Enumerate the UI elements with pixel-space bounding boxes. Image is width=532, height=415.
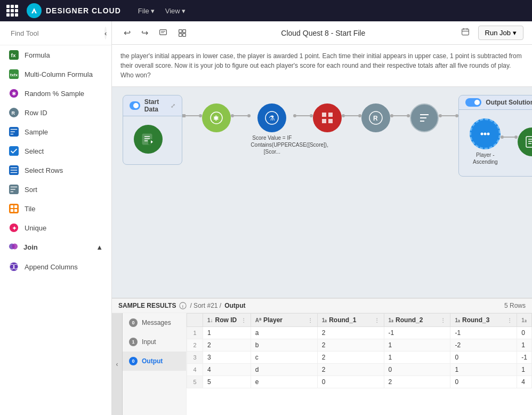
- sidebar-item-sample[interactable]: Sample: [0, 122, 111, 141]
- undo-button[interactable]: ↩: [120, 26, 134, 40]
- round2-header[interactable]: 1₂ Round_2 ⋮: [384, 314, 450, 327]
- select-rows-icon: [9, 165, 19, 175]
- svg-text:i: i: [182, 304, 183, 309]
- run-job-dropdown-icon: ▾: [513, 29, 517, 37]
- start-data-toggle[interactable]: [130, 101, 140, 110]
- view-menu[interactable]: View ▾: [161, 5, 190, 17]
- left-tabs: 0 Messages 1 Input 0 Output: [123, 313, 187, 415]
- round1-cell: 2: [317, 364, 384, 376]
- toolbar: ↩ ↪ Cloud Quest 8 - Start File Run Job ▾: [112, 21, 532, 45]
- redo-button[interactable]: ↪: [138, 26, 151, 40]
- svg-marker-0: [31, 8, 37, 13]
- sidebar-item-sort[interactable]: Sort: [0, 180, 111, 199]
- extra-cell: 1: [517, 339, 532, 352]
- connector-6: [439, 114, 458, 117]
- player-cell: d: [251, 364, 317, 376]
- start-data-nodes: [123, 116, 182, 164]
- input-tab-icon: 1: [129, 338, 138, 346]
- round1-header[interactable]: 1₂ Round_1 ⋮: [317, 314, 384, 327]
- sort-selected-label: Player -Ascending: [473, 151, 498, 165]
- random-sample-label: Random % Sample: [25, 90, 84, 98]
- select-label: Select: [25, 147, 44, 155]
- grid-menu-icon[interactable]: [6, 5, 18, 17]
- sidebar-item-row-id[interactable]: R Row ID: [0, 103, 111, 122]
- sort-node[interactable]: [410, 103, 439, 132]
- formula-node[interactable]: ✱: [202, 103, 231, 132]
- sidebar-item-formula[interactable]: fx Formula: [0, 45, 111, 65]
- panel-collapse-button[interactable]: ‹: [112, 313, 123, 415]
- sidebar-item-join[interactable]: Join ▲: [0, 237, 111, 257]
- select-icon: [9, 146, 19, 156]
- output-solution-toggle[interactable]: [465, 98, 481, 107]
- output-node[interactable]: [518, 127, 532, 156]
- comment-button[interactable]: [156, 27, 171, 39]
- sidebar-item-random-sample[interactable]: ✱ Random % Sample: [0, 84, 111, 103]
- input-node[interactable]: [134, 125, 163, 154]
- summarize-node[interactable]: [313, 103, 342, 132]
- sample-results-title: SAMPLE RESULTS: [118, 302, 176, 309]
- player-header[interactable]: Aᴮ Player ⋮: [251, 314, 317, 327]
- extra-cell: 0: [517, 327, 532, 339]
- sort-label: Sort: [25, 186, 37, 194]
- tab-messages[interactable]: 0 Messages: [123, 313, 186, 332]
- sort-selected-circle[interactable]: [470, 118, 501, 149]
- multi-column-formula-label: Multi-Column Formula: [25, 70, 93, 78]
- tab-output[interactable]: 0 Output: [123, 352, 186, 371]
- unique-icon: ✦: [9, 222, 19, 233]
- svg-rect-58: [322, 113, 326, 117]
- input-node-circle[interactable]: [134, 125, 163, 154]
- append-columns-label: Append Columns: [25, 263, 78, 271]
- round1-cell: 2: [317, 339, 384, 352]
- svg-rect-28: [11, 209, 13, 212]
- find-tool-input[interactable]: [11, 29, 100, 37]
- file-menu[interactable]: File ▾: [134, 5, 159, 17]
- formula-node-circle[interactable]: ✱: [202, 103, 231, 132]
- random-sample-icon: ✱: [9, 88, 19, 99]
- sort-selected-node[interactable]: Player -Ascending: [470, 118, 501, 165]
- row-id-cell: 4: [203, 364, 251, 376]
- sidebar-item-multi-column-formula[interactable]: fxfx Multi-Column Formula: [0, 65, 111, 84]
- nav-links: File ▾ View ▾: [134, 5, 190, 17]
- summarize-node-circle[interactable]: [313, 103, 342, 132]
- sidebar-search-bar: ‹: [0, 21, 111, 45]
- svg-point-67: [481, 133, 483, 135]
- sidebar-item-select-rows[interactable]: Select Rows: [0, 161, 111, 180]
- svg-text:R: R: [12, 110, 15, 116]
- sort-node-circle[interactable]: [410, 103, 439, 132]
- sidebar-collapse-button[interactable]: ‹: [104, 27, 107, 39]
- sidebar-item-append-columns[interactable]: Append Columns: [0, 257, 111, 276]
- run-job-button[interactable]: Run Job ▾: [478, 26, 523, 40]
- layout-button[interactable]: [175, 27, 190, 39]
- round1-cell: 2: [317, 327, 384, 339]
- player-cell: e: [251, 376, 317, 388]
- output-solution-section: Output Solution ⤢ Player -Ascending: [458, 95, 532, 177]
- output-nodes: Player -Ascending: [459, 110, 532, 176]
- svg-rect-61: [328, 119, 333, 123]
- row-id-node-circle[interactable]: R: [361, 103, 390, 132]
- connector-1: [182, 114, 202, 117]
- row-num-cell: 4: [187, 364, 203, 376]
- round3-header[interactable]: 1₂ Round_3 ⋮: [450, 314, 517, 327]
- sidebar-item-unique[interactable]: ✦ Unique: [0, 218, 111, 237]
- row-id-header[interactable]: 1↓ Row ID ⋮: [203, 314, 251, 327]
- info-icon: i: [179, 302, 187, 309]
- canvas-area: the player's initial appears in lower ca…: [112, 45, 532, 298]
- row-id-node[interactable]: R: [361, 103, 390, 132]
- connector-4: [342, 114, 361, 117]
- sample-icon: [9, 126, 19, 137]
- main-layout: ‹ fx Formula fxfx Multi-Column Formula ✱…: [0, 21, 532, 415]
- svg-rect-25: [9, 204, 19, 213]
- round2-cell: 0: [384, 364, 450, 376]
- join-node[interactable]: ⚗ Score Value = IF Contains(UPPERCASE([S…: [251, 103, 293, 155]
- start-expand-icon[interactable]: ⤢: [171, 102, 175, 109]
- output-node-circle[interactable]: [518, 127, 532, 156]
- sidebar-item-tile[interactable]: Tile: [0, 199, 111, 218]
- join-node-circle[interactable]: ⚗: [257, 103, 286, 132]
- sidebar-item-select[interactable]: Select: [0, 141, 111, 161]
- svg-point-33: [12, 244, 18, 250]
- tab-input[interactable]: 1 Input: [123, 332, 186, 352]
- results-path: / Sort #21 /: [190, 302, 221, 309]
- calendar-button[interactable]: [457, 26, 474, 40]
- logo-icon: [27, 3, 42, 18]
- join-collapse-icon: ▲: [96, 243, 103, 251]
